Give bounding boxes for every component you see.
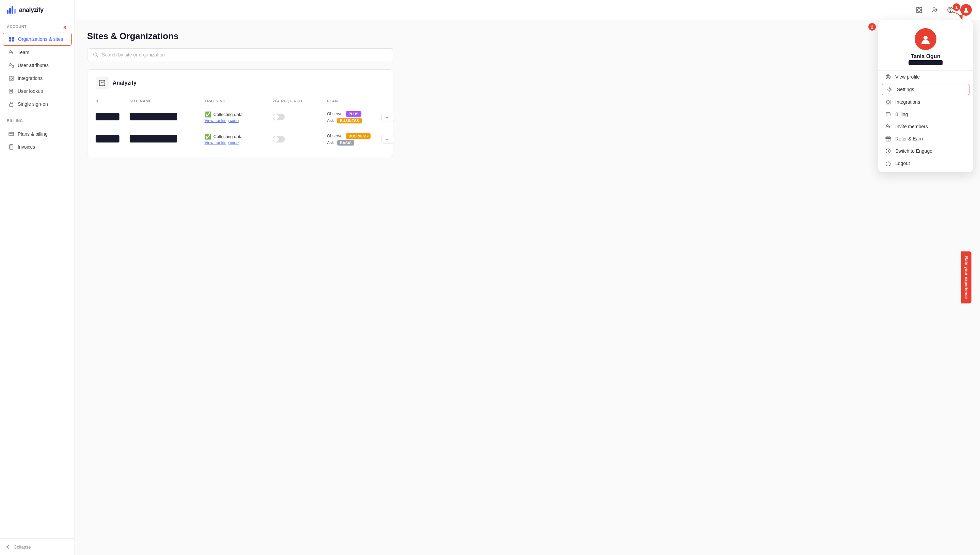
search-user-icon <box>8 88 14 94</box>
extensions-icon[interactable] <box>913 4 925 16</box>
badge-plus-1: PLUS <box>346 111 361 117</box>
invite-icon[interactable] <box>929 4 940 16</box>
cell-action-1[interactable]: ··· <box>381 113 409 121</box>
dropdown-switch[interactable]: Switch to Engage <box>878 145 973 157</box>
cell-name-2 <box>130 135 204 143</box>
sidebar-item-sso[interactable]: Single sign-on <box>3 98 72 110</box>
svg-rect-22 <box>100 80 105 86</box>
user-plus-icon <box>885 124 891 129</box>
svg-rect-0 <box>7 10 8 14</box>
svg-point-19 <box>950 11 951 12</box>
topbar <box>75 0 980 20</box>
sidebar-item-user-lookup[interactable]: User lookup <box>3 85 72 97</box>
cell-name-1 <box>130 113 204 121</box>
svg-rect-7 <box>12 39 14 42</box>
svg-point-12 <box>11 90 11 91</box>
dropdown-refer[interactable]: Refer & Earn <box>878 133 973 145</box>
svg-point-17 <box>933 8 935 10</box>
plan-ask-2: Ask <box>327 140 334 145</box>
svg-point-20 <box>965 8 967 11</box>
sidebar-item-plans[interactable]: Plans & billing <box>3 128 72 140</box>
tracking-link-1[interactable]: View tracking code <box>204 118 273 123</box>
toggle-2fa-2[interactable] <box>273 136 285 143</box>
logo: analyzify <box>0 0 74 19</box>
org-header: Analyzify <box>96 77 385 90</box>
dropdown-integrations[interactable]: Integrations <box>878 96 973 108</box>
dropdown-avatar <box>915 28 937 50</box>
cell-plan-1: Observe PLUS Ask BUSINESS <box>327 111 381 123</box>
dropdown-billing[interactable]: Billing <box>878 108 973 120</box>
sidebar-item-invoices[interactable]: Invoices <box>3 141 72 153</box>
svg-point-26 <box>889 89 891 90</box>
dropdown-email-redacted <box>909 60 943 65</box>
check-icon: ✅ <box>204 111 211 118</box>
cell-tracking-2: ✅ Collecting data View tracking code <box>204 133 273 145</box>
dropdown-logout[interactable]: Logout <box>878 157 973 169</box>
svg-point-25 <box>887 75 889 77</box>
tracking-status-2: Collecting data <box>214 134 243 139</box>
table-header: ID SITE NAME TRACKING 2FA REQUIRED PLAN <box>96 96 385 106</box>
team-label: Team <box>18 50 29 55</box>
svg-point-28 <box>887 125 888 127</box>
org-name: Analyzify <box>112 80 137 86</box>
gear-icon <box>887 87 893 92</box>
invoice-icon <box>8 144 14 150</box>
tracking-link-2[interactable]: View tracking code <box>204 140 273 145</box>
help-icon[interactable] <box>945 4 956 16</box>
credit-card-icon <box>8 131 14 137</box>
puzzle-icon <box>8 75 14 81</box>
badge-business-2: BUSINESS <box>346 133 370 139</box>
col-id: ID <box>96 99 130 103</box>
logout-label: Logout <box>895 160 910 166</box>
manage-btn-2[interactable]: ··· <box>381 135 394 143</box>
switch-label: Switch to Engage <box>895 148 932 154</box>
search-bar[interactable] <box>87 48 394 61</box>
collapse-label: Collapse <box>14 544 31 550</box>
logo-text: analyzify <box>19 6 43 14</box>
manage-btn-1[interactable]: ··· <box>381 113 394 121</box>
check-icon-2: ✅ <box>204 133 211 140</box>
dropdown-top: Tanla Ogun <box>878 20 973 71</box>
plans-label: Plans & billing <box>18 131 48 137</box>
svg-rect-3 <box>14 9 16 14</box>
view-profile-label: View profile <box>895 74 920 80</box>
invite-label: Invite members <box>895 124 928 129</box>
user-attributes-label: User attributes <box>18 63 49 68</box>
dropdown-invite[interactable]: Invite members <box>878 120 973 133</box>
grid-icon <box>8 36 14 42</box>
sidebar: analyzify Account 3 Organizations & site… <box>0 0 75 555</box>
org-sites-label: Organizations & sites <box>18 36 63 42</box>
lock-icon <box>8 101 14 107</box>
svg-rect-5 <box>12 37 14 39</box>
badge-business-1: BUSINESS <box>337 118 362 124</box>
cell-tracking-1: ✅ Collecting data View tracking code <box>204 111 273 123</box>
col-2fa: 2FA REQUIRED <box>273 99 327 103</box>
user-avatar-btn[interactable] <box>960 4 972 16</box>
cell-2fa-2 <box>273 136 327 143</box>
dropdown-settings[interactable]: Settings <box>882 83 969 95</box>
svg-rect-13 <box>10 104 13 106</box>
svg-rect-2 <box>11 6 13 14</box>
cell-action-2[interactable]: ··· <box>381 135 409 143</box>
user-tag-icon <box>8 62 14 68</box>
cell-id-1 <box>96 113 130 121</box>
col-actions <box>381 99 409 103</box>
billing-icon <box>885 112 891 117</box>
invoices-label: Invoices <box>18 144 35 150</box>
sidebar-item-org-sites[interactable]: Organizations & sites <box>3 33 72 46</box>
dropdown-view-profile[interactable]: View profile <box>878 71 973 83</box>
sidebar-item-user-attributes[interactable]: User attributes <box>3 59 72 71</box>
sidebar-item-integrations[interactable]: Integrations <box>3 72 72 84</box>
plan-ask-1: Ask <box>327 118 334 123</box>
sidebar-item-team[interactable]: Team <box>3 46 72 58</box>
col-plan: PLAN <box>327 99 381 103</box>
billing-label: Billing <box>895 112 908 117</box>
power-icon <box>885 160 891 166</box>
toggle-2fa-1[interactable] <box>273 114 285 120</box>
table-row: ✅ Collecting data View tracking code Obs… <box>96 106 385 128</box>
refer-label: Refer & Earn <box>895 136 923 141</box>
search-input[interactable] <box>102 52 387 58</box>
svg-rect-10 <box>12 65 14 67</box>
collapse-btn[interactable]: Collapse <box>0 538 74 555</box>
rate-experience-tab[interactable]: Rate your experience <box>961 251 971 303</box>
